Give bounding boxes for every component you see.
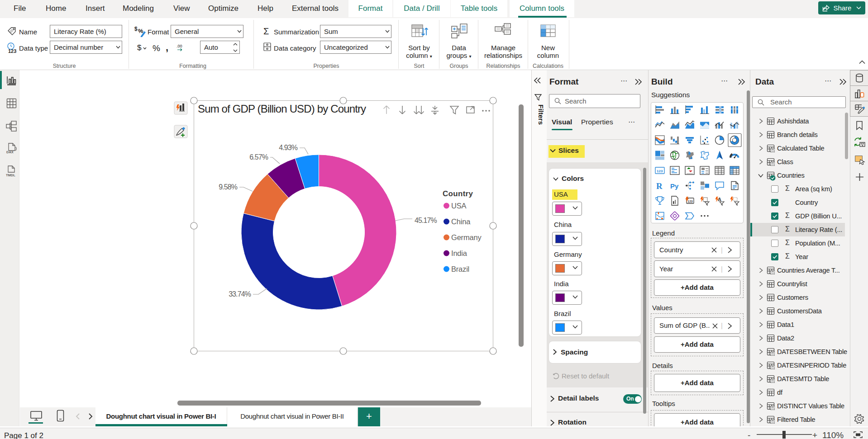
svg-text:Brazil: Brazil [451, 265, 469, 273]
svg-text:123: 123 [687, 200, 693, 203]
svg-text:9.58%: 9.58% [219, 183, 238, 191]
svg-text:DAX: DAX [6, 150, 14, 154]
svg-text:R: R [656, 181, 663, 191]
svg-text:India: India [451, 249, 467, 257]
svg-text:123: 123 [8, 48, 16, 54]
svg-text:%: % [138, 28, 143, 34]
svg-text:6.57%: 6.57% [249, 153, 268, 161]
svg-text:TMDL: TMDL [6, 173, 15, 177]
svg-text:A: A [718, 197, 721, 202]
svg-text:China: China [451, 217, 471, 226]
svg-text:123: 123 [657, 169, 663, 173]
svg-text:Germany: Germany [451, 233, 482, 241]
svg-text:USA: USA [451, 202, 467, 210]
svg-text:4.93%: 4.93% [279, 144, 298, 151]
svg-text:33.74%: 33.74% [229, 290, 251, 298]
svg-text:$: $ [134, 26, 138, 32]
svg-text:Country: Country [443, 189, 473, 198]
svg-text:.00: .00 [176, 44, 182, 48]
svg-text:45.17%: 45.17% [415, 217, 437, 224]
svg-text:Py: Py [670, 182, 679, 190]
svg-text:Sum of GDP (Billion USD) by Co: Sum of GDP (Billion USD) by Country [198, 103, 366, 115]
